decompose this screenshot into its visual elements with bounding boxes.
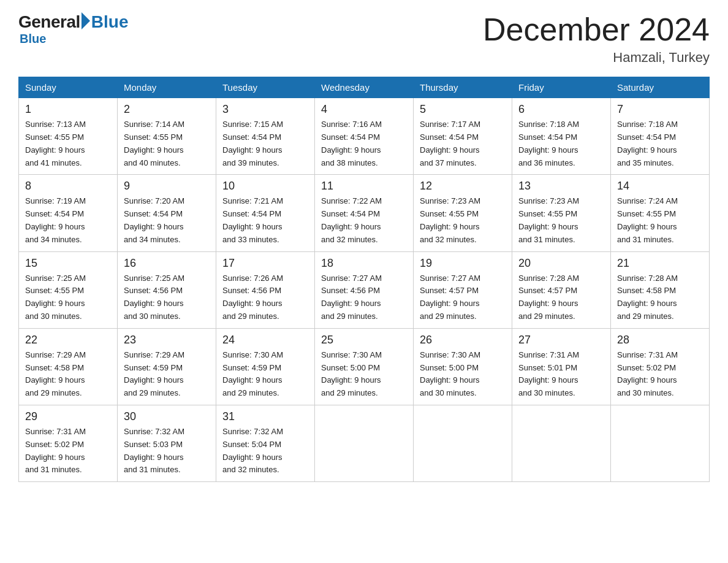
calendar-cell: 12 Sunrise: 7:23 AM Sunset: 4:55 PM Dayl… [414, 175, 512, 251]
title-section: December 2024 Hamzali, Turkey [483, 12, 710, 66]
day-info: Sunrise: 7:30 AM Sunset: 5:00 PM Dayligh… [321, 349, 407, 400]
day-number: 7 [617, 103, 703, 116]
day-number: 2 [124, 103, 210, 116]
day-number: 1 [25, 103, 111, 116]
calendar-cell: 28 Sunrise: 7:31 AM Sunset: 5:02 PM Dayl… [611, 328, 710, 405]
day-number: 10 [222, 180, 308, 193]
day-number: 31 [222, 410, 308, 423]
day-info: Sunrise: 7:31 AM Sunset: 5:02 PM Dayligh… [617, 349, 703, 400]
day-number: 6 [518, 103, 604, 116]
day-info: Sunrise: 7:20 AM Sunset: 4:54 PM Dayligh… [124, 195, 210, 246]
calendar-cell: 21 Sunrise: 7:28 AM Sunset: 4:58 PM Dayl… [611, 251, 710, 328]
calendar-header-row: Sunday Monday Tuesday Wednesday Thursday… [19, 77, 710, 98]
calendar-cell: 25 Sunrise: 7:30 AM Sunset: 5:00 PM Dayl… [315, 328, 414, 405]
day-number: 5 [420, 103, 506, 116]
day-info: Sunrise: 7:31 AM Sunset: 5:02 PM Dayligh… [25, 426, 111, 477]
calendar-table: Sunday Monday Tuesday Wednesday Thursday… [18, 77, 710, 482]
day-info: Sunrise: 7:23 AM Sunset: 4:55 PM Dayligh… [420, 195, 506, 246]
calendar-cell: 18 Sunrise: 7:27 AM Sunset: 4:56 PM Dayl… [315, 251, 414, 328]
logo-bottom-text: Blue [20, 32, 46, 46]
calendar-cell: 19 Sunrise: 7:27 AM Sunset: 4:57 PM Dayl… [414, 251, 512, 328]
calendar-cell: 31 Sunrise: 7:32 AM Sunset: 5:04 PM Dayl… [216, 405, 315, 481]
calendar-cell: 1 Sunrise: 7:13 AM Sunset: 4:55 PM Dayli… [19, 98, 118, 175]
calendar-cell: 24 Sunrise: 7:30 AM Sunset: 4:59 PM Dayl… [216, 328, 315, 405]
day-info: Sunrise: 7:18 AM Sunset: 4:54 PM Dayligh… [617, 118, 703, 169]
day-info: Sunrise: 7:27 AM Sunset: 4:57 PM Dayligh… [420, 272, 506, 323]
calendar-cell: 13 Sunrise: 7:23 AM Sunset: 4:55 PM Dayl… [512, 175, 611, 251]
logo: General Blue Blue [18, 12, 128, 46]
calendar-cell: 10 Sunrise: 7:21 AM Sunset: 4:54 PM Dayl… [216, 175, 315, 251]
day-info: Sunrise: 7:27 AM Sunset: 4:56 PM Dayligh… [321, 272, 407, 323]
day-info: Sunrise: 7:15 AM Sunset: 4:54 PM Dayligh… [222, 118, 308, 169]
day-info: Sunrise: 7:23 AM Sunset: 4:55 PM Dayligh… [518, 195, 604, 246]
day-number: 17 [222, 257, 308, 270]
day-number: 19 [420, 257, 506, 270]
day-info: Sunrise: 7:30 AM Sunset: 4:59 PM Dayligh… [222, 349, 308, 400]
day-number: 12 [420, 180, 506, 193]
calendar-week-row-3: 15 Sunrise: 7:25 AM Sunset: 4:55 PM Dayl… [19, 251, 710, 328]
calendar-cell: 2 Sunrise: 7:14 AM Sunset: 4:55 PM Dayli… [118, 98, 216, 175]
calendar-cell: 23 Sunrise: 7:29 AM Sunset: 4:59 PM Dayl… [118, 328, 216, 405]
calendar-cell: 30 Sunrise: 7:32 AM Sunset: 5:03 PM Dayl… [118, 405, 216, 481]
calendar-cell: 6 Sunrise: 7:18 AM Sunset: 4:54 PM Dayli… [512, 98, 611, 175]
day-info: Sunrise: 7:28 AM Sunset: 4:57 PM Dayligh… [518, 272, 604, 323]
calendar-week-row-2: 8 Sunrise: 7:19 AM Sunset: 4:54 PM Dayli… [19, 175, 710, 251]
header-sunday: Sunday [19, 77, 118, 98]
day-info: Sunrise: 7:26 AM Sunset: 4:56 PM Dayligh… [222, 272, 308, 323]
calendar-cell: 17 Sunrise: 7:26 AM Sunset: 4:56 PM Dayl… [216, 251, 315, 328]
page-header: General Blue Blue December 2024 Hamzali,… [18, 12, 710, 66]
calendar-cell: 4 Sunrise: 7:16 AM Sunset: 4:54 PM Dayli… [315, 98, 414, 175]
calendar-cell [414, 405, 512, 481]
calendar-cell: 7 Sunrise: 7:18 AM Sunset: 4:54 PM Dayli… [611, 98, 710, 175]
day-info: Sunrise: 7:17 AM Sunset: 4:54 PM Dayligh… [420, 118, 506, 169]
day-number: 16 [124, 257, 210, 270]
calendar-cell: 14 Sunrise: 7:24 AM Sunset: 4:55 PM Dayl… [611, 175, 710, 251]
day-info: Sunrise: 7:28 AM Sunset: 4:58 PM Dayligh… [617, 272, 703, 323]
day-info: Sunrise: 7:30 AM Sunset: 5:00 PM Dayligh… [420, 349, 506, 400]
day-number: 24 [222, 334, 308, 347]
calendar-cell [512, 405, 611, 481]
header-friday: Friday [512, 77, 611, 98]
day-number: 28 [617, 334, 703, 347]
day-info: Sunrise: 7:29 AM Sunset: 4:59 PM Dayligh… [124, 349, 210, 400]
day-info: Sunrise: 7:31 AM Sunset: 5:01 PM Dayligh… [518, 349, 604, 400]
day-info: Sunrise: 7:16 AM Sunset: 4:54 PM Dayligh… [321, 118, 407, 169]
day-number: 13 [518, 180, 604, 193]
calendar-cell: 16 Sunrise: 7:25 AM Sunset: 4:56 PM Dayl… [118, 251, 216, 328]
day-number: 22 [25, 334, 111, 347]
header-saturday: Saturday [611, 77, 710, 98]
calendar-cell: 20 Sunrise: 7:28 AM Sunset: 4:57 PM Dayl… [512, 251, 611, 328]
day-number: 15 [25, 257, 111, 270]
calendar-cell [315, 405, 414, 481]
calendar-cell: 15 Sunrise: 7:25 AM Sunset: 4:55 PM Dayl… [19, 251, 118, 328]
calendar-cell: 8 Sunrise: 7:19 AM Sunset: 4:54 PM Dayli… [19, 175, 118, 251]
calendar-subtitle: Hamzali, Turkey [483, 50, 710, 66]
calendar-cell [611, 405, 710, 481]
day-number: 8 [25, 180, 111, 193]
day-number: 18 [321, 257, 407, 270]
day-number: 27 [518, 334, 604, 347]
day-number: 11 [321, 180, 407, 193]
calendar-cell: 11 Sunrise: 7:22 AM Sunset: 4:54 PM Dayl… [315, 175, 414, 251]
day-number: 21 [617, 257, 703, 270]
day-number: 9 [124, 180, 210, 193]
day-number: 4 [321, 103, 407, 116]
day-number: 20 [518, 257, 604, 270]
day-info: Sunrise: 7:29 AM Sunset: 4:58 PM Dayligh… [25, 349, 111, 400]
calendar-cell: 27 Sunrise: 7:31 AM Sunset: 5:01 PM Dayl… [512, 328, 611, 405]
header-tuesday: Tuesday [216, 77, 315, 98]
calendar-cell: 3 Sunrise: 7:15 AM Sunset: 4:54 PM Dayli… [216, 98, 315, 175]
day-info: Sunrise: 7:14 AM Sunset: 4:55 PM Dayligh… [124, 118, 210, 169]
day-number: 29 [25, 410, 111, 423]
day-info: Sunrise: 7:21 AM Sunset: 4:54 PM Dayligh… [222, 195, 308, 246]
logo-blue-text: Blue [91, 12, 129, 32]
day-info: Sunrise: 7:22 AM Sunset: 4:54 PM Dayligh… [321, 195, 407, 246]
calendar-week-row-1: 1 Sunrise: 7:13 AM Sunset: 4:55 PM Dayli… [19, 98, 710, 175]
calendar-title: December 2024 [483, 12, 710, 47]
calendar-cell: 26 Sunrise: 7:30 AM Sunset: 5:00 PM Dayl… [414, 328, 512, 405]
calendar-cell: 9 Sunrise: 7:20 AM Sunset: 4:54 PM Dayli… [118, 175, 216, 251]
day-info: Sunrise: 7:32 AM Sunset: 5:04 PM Dayligh… [222, 426, 308, 477]
header-monday: Monday [118, 77, 216, 98]
calendar-week-row-4: 22 Sunrise: 7:29 AM Sunset: 4:58 PM Dayl… [19, 328, 710, 405]
logo-general-text: General [18, 12, 80, 32]
